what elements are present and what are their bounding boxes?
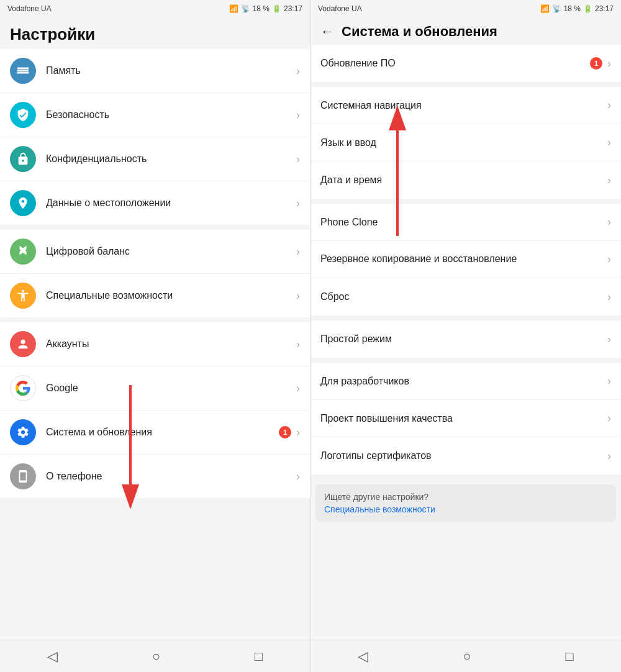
update-label: Обновление ПО (320, 58, 590, 69)
operator-left: Vodafone UA (7, 4, 52, 13)
location-icon (10, 190, 36, 216)
about-chevron: › (296, 470, 300, 483)
signal-icon-right: 📶 (540, 4, 550, 13)
recent-btn-left[interactable]: □ (240, 643, 278, 670)
digital-icon (10, 238, 36, 265)
time-left: 23:17 (284, 4, 302, 13)
status-bar-left: Vodafone UA 📶 📡 18 % 🔋 23:17 (0, 0, 310, 17)
home-btn-right[interactable]: ○ (448, 643, 486, 670)
access-icon (10, 283, 36, 309)
group-nav-lang: Системная навигация › Язык и ввод › Дата… (310, 87, 621, 199)
settings-item-lang[interactable]: Язык и ввод › (310, 124, 621, 161)
about-label: О телефоне (46, 471, 296, 482)
settings-item-certs[interactable]: Логотипы сертификатов › (310, 437, 621, 474)
wifi-icon-right: 📡 (552, 4, 561, 13)
settings-list-left: Память › Безопасность › Конфиденциальнос… (0, 49, 310, 640)
datetime-label: Дата и время (320, 175, 607, 186)
status-bar-right: Vodafone UA 📶 📡 18 % 🔋 23:17 (310, 0, 621, 17)
accounts-label: Аккаунты (46, 338, 296, 350)
accounts-icon (10, 331, 36, 357)
reset-label: Сброс (320, 291, 607, 302)
security-icon (10, 102, 36, 128)
battery-icon-right: 🔋 (583, 4, 592, 13)
back-btn-right[interactable]: ◁ (343, 643, 383, 670)
privacy-icon (10, 146, 36, 172)
privacy-chevron: › (296, 153, 300, 166)
security-chevron: › (296, 109, 300, 122)
settings-header: Настройки (0, 17, 310, 49)
back-arrow-right[interactable]: ← (320, 24, 334, 40)
system-icon (10, 419, 36, 445)
settings-item-dev[interactable]: Для разработчиков › (310, 363, 621, 400)
settings-item-accounts[interactable]: Аккаунты › (0, 322, 310, 366)
settings-item-datetime[interactable]: Дата и время › (310, 161, 621, 199)
lang-chevron: › (607, 136, 611, 149)
lang-label: Язык и ввод (320, 137, 607, 148)
operator-right: Vodafone UA (318, 4, 362, 13)
google-icon (10, 375, 36, 401)
digital-chevron: › (296, 245, 300, 258)
google-chevron: › (296, 382, 300, 395)
settings-item-about[interactable]: О телефоне › (0, 455, 310, 498)
battery-right: 18 % (564, 4, 581, 13)
settings-list-right: Обновление ПО 1 › Системная навигация › … (310, 45, 621, 640)
datetime-chevron: › (607, 174, 611, 187)
about-icon (10, 463, 36, 489)
accounts-chevron: › (296, 338, 300, 351)
memory-icon (10, 58, 36, 84)
sysnav-label: Системная навигация (320, 100, 607, 111)
signal-icon-left: 📶 (229, 4, 238, 13)
settings-item-google[interactable]: Google › (0, 366, 310, 411)
settings-item-location[interactable]: Данные о местоположении › (0, 181, 310, 225)
settings-item-quality[interactable]: Проект повышения качества › (310, 400, 621, 437)
settings-item-clone[interactable]: Phone Clone › (310, 204, 621, 241)
settings-item-backup[interactable]: Резервное копирование и восстановление › (310, 241, 621, 278)
group-1: Память › Безопасность › Конфиденциальнос… (0, 49, 310, 225)
search-suggestion-link[interactable]: Специальные возможности (324, 504, 607, 514)
back-btn-left[interactable]: ◁ (32, 643, 73, 670)
time-right: 23:17 (595, 4, 614, 13)
google-label: Google (46, 383, 296, 394)
settings-item-reset[interactable]: Сброс › (310, 278, 621, 316)
battery-left: 18 % (253, 4, 270, 13)
nav-bar-left: ◁ ○ □ (0, 640, 310, 672)
settings-item-sysnav[interactable]: Системная навигация › (310, 87, 621, 124)
simple-label: Простой режим (320, 334, 607, 345)
simple-chevron: › (607, 333, 611, 346)
wifi-icon-left: 📡 (241, 4, 250, 13)
group-clone: Phone Clone › Резервное копирование и во… (310, 204, 621, 316)
certs-chevron: › (607, 450, 611, 463)
settings-item-simple[interactable]: Простой режим › (310, 320, 621, 358)
system-label: Система и обновления (46, 427, 279, 438)
recent-btn-right[interactable]: □ (551, 643, 589, 670)
backup-chevron: › (607, 253, 611, 266)
settings-title: Настройки (10, 25, 300, 44)
settings-item-security[interactable]: Безопасность › (0, 93, 310, 137)
group-2: Цифровой баланс › Специальные возможност… (0, 230, 310, 317)
settings-item-privacy[interactable]: Конфиденциальность › (0, 137, 310, 181)
dev-chevron: › (607, 375, 611, 388)
search-suggestion-title: Ищете другие настройки? (324, 492, 607, 502)
clone-chevron: › (607, 216, 611, 229)
clone-label: Phone Clone (320, 217, 607, 228)
memory-chevron: › (296, 65, 300, 78)
system-header: ← Система и обновления (310, 17, 621, 45)
system-title: Система и обновления (342, 24, 497, 40)
location-label: Данные о местоположении (46, 198, 296, 209)
home-btn-left[interactable]: ○ (137, 643, 175, 670)
group-dev: Для разработчиков › Проект повышения кач… (310, 363, 621, 474)
location-chevron: › (296, 197, 300, 210)
quality-chevron: › (607, 412, 611, 425)
settings-item-system[interactable]: Система и обновления 1 › (0, 411, 310, 455)
access-chevron: › (296, 289, 300, 302)
settings-item-access[interactable]: Специальные возможности › (0, 274, 310, 317)
settings-item-digital[interactable]: Цифровой баланс › (0, 230, 310, 274)
sysnav-chevron: › (607, 99, 611, 112)
settings-item-update[interactable]: Обновление ПО 1 › (310, 45, 621, 82)
group-3: Аккаунты › Google › (0, 322, 310, 498)
search-suggestion-box: Ищете другие настройки? Специальные возм… (315, 484, 616, 522)
backup-label: Резервное копирование и восстановление (320, 252, 607, 266)
battery-icon-left: 🔋 (272, 4, 281, 13)
system-chevron: › (296, 426, 300, 439)
settings-item-memory[interactable]: Память › (0, 49, 310, 93)
